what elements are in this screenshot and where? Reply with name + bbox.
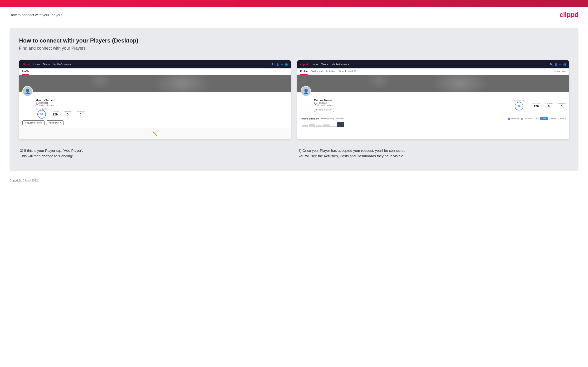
descriptions-row: 3) If this is your Player tap, 'Add Play… (19, 148, 569, 159)
left-followers-label: Followers (63, 110, 72, 113)
left-avatar: 👤 (22, 86, 33, 96)
location-pin-icon: 📍 (36, 104, 38, 106)
left-nav-performance[interactable]: My Performance (53, 63, 71, 66)
period-3mths[interactable]: 3 mths (549, 117, 557, 120)
right-stats-cols: Activities 129 Followers 0 Following 0 (532, 102, 566, 108)
right-nav-links: Home Teams My Performance (311, 63, 550, 66)
right-following-label: Following (558, 102, 566, 105)
right-navbar: clippd Home Teams My Performance 🔍 👤 ⚙ 🌐 (297, 60, 569, 68)
activity-summary: Activity Summary Monthly Activity · 6 Mo… (297, 115, 569, 129)
right-pq-label: Player Quality (513, 100, 525, 102)
main-content: How to connect with your Players (Deskto… (9, 28, 579, 171)
left-player-name: Marcus Turner (36, 99, 287, 102)
avatar-icon-left: 👤 (25, 88, 31, 94)
right-hero (297, 75, 569, 92)
golf-bg-left (19, 75, 291, 92)
left-profile-buttons: Request to Follow Add Player + (22, 120, 287, 125)
right-nav-teams[interactable]: Teams (321, 63, 328, 66)
profile-icon[interactable]: 👤 (276, 63, 279, 66)
period-1mth[interactable]: 1 mth (559, 117, 566, 120)
section-subtitle: Find and connect with your Players (19, 46, 569, 51)
chart-bar-3 (316, 125, 322, 127)
right-pq-circle: 92 (515, 102, 523, 110)
left-activities-col: Activities 129 (51, 110, 59, 116)
oncourse-label: On course (511, 118, 519, 119)
player-dropdown[interactable]: Marcus Turner (554, 71, 566, 73)
right-nav-logo: clippd (300, 63, 308, 66)
left-following-value: 0 (80, 113, 81, 116)
left-pq-label: Player Quality (36, 108, 48, 110)
screenshots-row: clippd Home Teams My Performance 🔍 👤 ⚙ 🌐… (19, 60, 569, 139)
screenshot-right: clippd Home Teams My Performance 🔍 👤 ⚙ 🌐… (297, 60, 569, 139)
right-nav-icons: 🔍 👤 ⚙ 🌐 (550, 63, 566, 66)
left-profile-info: Marcus Turner 1-5 Handicap 📍 United King… (22, 98, 287, 106)
right-search-icon[interactable]: 🔍 (550, 63, 553, 66)
tab-what-to-work-on[interactable]: What To Work On (339, 68, 357, 75)
tab-profile-left[interactable]: Profile (22, 68, 29, 75)
right-nav-performance[interactable]: My Performance (332, 63, 349, 66)
top-bar (0, 0, 588, 7)
period-6mths[interactable]: 6 mths (540, 117, 548, 120)
page-footer: Copyright Clippd 2022 (0, 175, 588, 185)
activity-controls: On course Off course 1 yr 6 mths 3 mths … (508, 117, 566, 120)
plus-icon: + (60, 122, 61, 124)
right-avatar: 👤 (301, 86, 311, 96)
left-activities-label: Activities (51, 110, 59, 113)
search-icon[interactable]: 🔍 (271, 63, 274, 66)
left-nav-home[interactable]: Home (33, 63, 40, 66)
activity-left: Activity Summary Monthly Activity · 6 Mo… (301, 117, 344, 120)
left-stats-row: Player Quality 92 Activities 129 Followe… (36, 108, 287, 118)
tab-dashboard[interactable]: Dashboard (311, 68, 322, 75)
period-1yr[interactable]: 1 yr (533, 117, 539, 120)
description-left-text: 3) If this is your Player tap, 'Add Play… (20, 148, 290, 159)
left-profile-footer: ✏️ (19, 128, 291, 139)
request-to-follow-button[interactable]: Request to Follow (22, 120, 45, 125)
chart-bar-5 (330, 126, 337, 127)
tab-profile-right[interactable]: Profile (300, 68, 308, 75)
right-tabs-row: Profile Dashboard Activities What To Wor… (297, 68, 569, 75)
chart-bar-2 (309, 124, 315, 127)
left-nav-teams[interactable]: Teams (43, 63, 50, 66)
activity-chart (301, 122, 566, 127)
right-profile-icon[interactable]: 👤 (554, 63, 557, 66)
right-followers-label: Followers (545, 102, 553, 105)
right-activities-col: Activities 129 (532, 102, 540, 108)
left-following-label: Following (77, 110, 85, 113)
tab-activities[interactable]: Activities (326, 68, 335, 75)
left-followers-value: 0 (67, 113, 69, 116)
right-nav-home[interactable]: Home (311, 63, 318, 66)
left-nav-icons: 🔍 👤 ⚙ 🌐 (271, 63, 288, 66)
activity-header-row: Activity Summary Monthly Activity · 6 Mo… (301, 117, 566, 120)
add-player-button[interactable]: Add Player + (46, 120, 64, 125)
oncourse-legend (508, 118, 510, 120)
golf-bg-right (297, 75, 569, 92)
activity-title: Activity Summary (301, 117, 319, 120)
page-header: How to connect with your Players clippd (0, 7, 588, 23)
left-activities-value: 129 (52, 113, 58, 116)
right-profile-content: 👤 Marcus Turner 1-5 Handicap 📍 United Ki… (297, 92, 569, 115)
right-following-value: 0 (561, 105, 562, 108)
settings-icon[interactable]: ⚙ (281, 63, 283, 66)
clippd-logo: clippd (560, 11, 579, 18)
right-globe-icon[interactable]: 🌐 (563, 63, 566, 66)
chart-bar-4 (323, 125, 330, 127)
close-icon: ✕ (330, 109, 332, 111)
left-pq-circle: 92 (37, 110, 46, 118)
globe-icon[interactable]: 🌐 (285, 63, 288, 66)
remove-player-button[interactable]: Remove Player ✕ (314, 108, 334, 112)
right-following-col: Following 0 (558, 102, 566, 108)
right-activities-label: Activities (532, 102, 540, 105)
page-header-title: How to connect with your Players (9, 13, 62, 17)
right-settings-icon[interactable]: ⚙ (559, 63, 561, 66)
chart-bar-6 (337, 122, 344, 127)
right-profile-tabs: Profile Dashboard Activities What To Wor… (300, 68, 357, 75)
right-pq-col: Player Quality 92 (513, 100, 525, 110)
right-stats-row: Player Quality 92 Activities 129 Followe… (513, 100, 566, 110)
offcourse-label: Off course (524, 118, 532, 119)
offcourse-legend (521, 118, 523, 120)
left-followers-col: Followers 0 (63, 110, 72, 116)
left-stats-cols: Activities 129 Followers 0 Following 0 (51, 110, 85, 116)
section-title: How to connect with your Players (Deskto… (19, 37, 569, 44)
right-followers-col: Followers 0 (545, 102, 553, 108)
header-divider (9, 23, 579, 23)
